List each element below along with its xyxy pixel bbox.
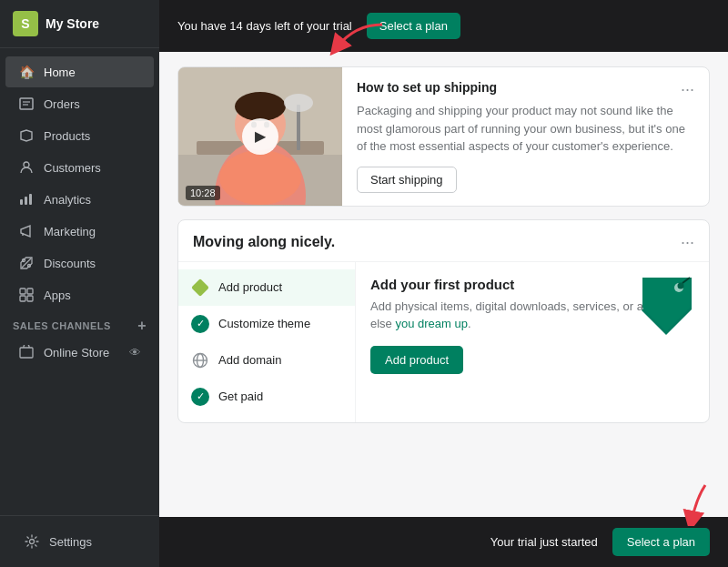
check-icon: ✓ bbox=[191, 315, 209, 333]
svg-rect-5 bbox=[25, 197, 27, 205]
progress-card: Moving along nicely. ··· Add product bbox=[177, 219, 710, 423]
online-store-label: Online Store bbox=[44, 346, 109, 359]
select-plan-button-bottom[interactable]: Select a plan bbox=[612, 528, 710, 556]
svg-rect-11 bbox=[27, 289, 33, 294]
shipping-title: How to set up shipping bbox=[357, 80, 497, 95]
sidebar-item-label: Marketing bbox=[44, 225, 96, 238]
bottom-select-plan-wrapper: Select a plan bbox=[612, 528, 710, 556]
sidebar-item-apps[interactable]: Apps bbox=[5, 279, 154, 310]
progress-title: Moving along nicely. bbox=[193, 234, 335, 250]
bottom-trial-text: Your trial just started bbox=[490, 535, 598, 549]
discounts-icon bbox=[18, 255, 35, 271]
svg-point-3 bbox=[24, 162, 29, 167]
logo-icon: S bbox=[13, 11, 38, 36]
sidebar-item-online-store[interactable]: Online Store 👁 bbox=[5, 338, 154, 367]
select-plan-button-top[interactable]: Select a plan bbox=[367, 13, 460, 39]
start-shipping-button[interactable]: Start shipping bbox=[357, 167, 457, 193]
sidebar-item-home[interactable]: 🏠 Home bbox=[5, 56, 154, 87]
svg-rect-6 bbox=[29, 194, 32, 205]
sidebar: S My Store 🏠 Home Orders Products Custom… bbox=[0, 0, 159, 567]
sidebar-nav: 🏠 Home Orders Products Customers Anal bbox=[0, 48, 159, 515]
svg-rect-4 bbox=[20, 199, 23, 205]
progress-content: Add product ✓ Customize theme bbox=[178, 262, 709, 422]
sales-channels-label: SALES CHANNELS bbox=[13, 320, 111, 331]
step-add-product[interactable]: Add product bbox=[178, 269, 355, 306]
online-store-icon bbox=[18, 344, 35, 360]
eye-icon: 👁 bbox=[129, 346, 141, 359]
video-duration: 10:28 bbox=[186, 186, 220, 200]
step-customize-theme[interactable]: ✓ Customize theme bbox=[178, 306, 355, 342]
shipping-video: ▶ 10:28 bbox=[178, 67, 342, 206]
sidebar-item-products[interactable]: Products bbox=[5, 120, 154, 151]
product-tag-icon bbox=[637, 273, 696, 341]
marketing-icon bbox=[18, 223, 35, 239]
step-label: Add domain bbox=[218, 353, 281, 367]
apps-icon bbox=[18, 287, 35, 303]
sales-channels-header: SALES CHANNELS + bbox=[0, 311, 159, 337]
step-get-paid[interactable]: ✓ Get paid bbox=[178, 379, 355, 415]
progress-more-button[interactable]: ··· bbox=[681, 233, 694, 252]
svg-point-22 bbox=[235, 92, 286, 121]
sidebar-item-label: Analytics bbox=[44, 193, 91, 207]
shipping-description: Packaging and shipping your product may … bbox=[357, 102, 694, 156]
svg-rect-12 bbox=[20, 296, 25, 301]
sidebar-item-label: Orders bbox=[44, 97, 80, 111]
svg-point-15 bbox=[30, 540, 35, 544]
sidebar-item-orders[interactable]: Orders bbox=[5, 88, 154, 119]
add-product-button[interactable]: Add product bbox=[370, 346, 463, 374]
step-label: Get paid bbox=[218, 390, 263, 403]
video-thumbnail: ▶ 10:28 bbox=[178, 67, 342, 206]
svg-point-27 bbox=[284, 94, 313, 112]
sidebar-item-label: Home bbox=[44, 66, 76, 79]
sidebar-item-settings[interactable]: Settings bbox=[11, 526, 148, 557]
sidebar-logo: S My Store bbox=[0, 0, 159, 48]
shipping-card: ▶ 10:28 How to set up shipping ··· Packa… bbox=[177, 66, 710, 207]
progress-card-header: Moving along nicely. ··· bbox=[178, 220, 709, 262]
svg-rect-13 bbox=[27, 296, 33, 301]
settings-label: Settings bbox=[49, 535, 92, 549]
main-content: You have 14 days left of your trial Sele… bbox=[159, 0, 728, 567]
sidebar-item-label: Customers bbox=[44, 161, 101, 175]
svg-rect-10 bbox=[20, 289, 25, 294]
progress-detail: Add your first product Add physical item… bbox=[356, 262, 709, 422]
progress-steps: Add product ✓ Customize theme bbox=[178, 262, 356, 422]
sidebar-bottom: Settings bbox=[0, 515, 159, 567]
svg-point-25 bbox=[219, 150, 301, 205]
home-icon: 🏠 bbox=[18, 64, 35, 80]
sidebar-item-analytics[interactable]: Analytics bbox=[5, 184, 154, 215]
svg-rect-14 bbox=[20, 348, 33, 358]
bottom-bar: Your trial just started Select a plan bbox=[159, 517, 728, 567]
store-name: My Store bbox=[46, 16, 99, 31]
step-icon-add-product bbox=[191, 278, 209, 297]
step-add-domain[interactable]: Add domain bbox=[178, 342, 355, 379]
svg-rect-0 bbox=[20, 98, 33, 109]
more-options-button[interactable]: ··· bbox=[681, 80, 694, 99]
play-button[interactable]: ▶ bbox=[242, 118, 278, 155]
sidebar-item-customers[interactable]: Customers bbox=[5, 152, 154, 183]
shipping-info-header: How to set up shipping ··· bbox=[357, 80, 694, 102]
check-icon: ✓ bbox=[191, 388, 209, 406]
trial-text: You have 14 days left of your trial bbox=[177, 19, 352, 33]
sidebar-item-discounts[interactable]: Discounts bbox=[5, 248, 154, 278]
customers-icon bbox=[18, 159, 35, 176]
shipping-info: How to set up shipping ··· Packaging and… bbox=[342, 67, 709, 206]
online-store-left: Online Store bbox=[18, 344, 109, 360]
trial-banner: You have 14 days left of your trial Sele… bbox=[159, 0, 728, 52]
step-icon-add-domain bbox=[191, 351, 209, 370]
sidebar-item-label: Discounts bbox=[44, 257, 96, 270]
settings-icon bbox=[24, 533, 40, 550]
analytics-icon bbox=[18, 191, 35, 208]
sidebar-item-label: Products bbox=[44, 129, 90, 143]
detail-link[interactable]: you dream up bbox=[395, 317, 468, 330]
step-icon-get-paid: ✓ bbox=[191, 388, 209, 406]
globe-icon bbox=[192, 352, 208, 369]
sidebar-item-label: Apps bbox=[44, 289, 71, 302]
sidebar-item-marketing[interactable]: Marketing bbox=[5, 216, 154, 247]
products-icon bbox=[18, 127, 35, 144]
orders-icon bbox=[18, 96, 35, 112]
step-label: Add product bbox=[218, 280, 282, 294]
step-icon-customize-theme: ✓ bbox=[191, 315, 209, 333]
content-area: ▶ 10:28 How to set up shipping ··· Packa… bbox=[159, 52, 728, 517]
step-label: Customize theme bbox=[218, 317, 310, 330]
add-sales-channel-button[interactable]: + bbox=[137, 319, 147, 333]
